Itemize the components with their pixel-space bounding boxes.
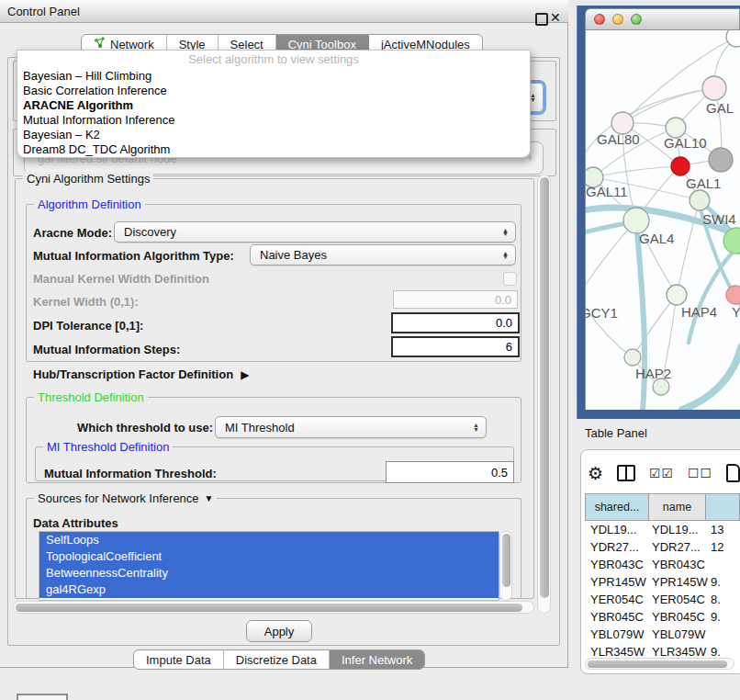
minimize-traffic-light[interactable] [612, 14, 623, 25]
table-cell: YLR345W [652, 643, 706, 658]
checked-boxes-icon[interactable]: ☑☑ [649, 466, 674, 480]
threshold-definition-title: Threshold Definition [34, 390, 148, 404]
network-node-label: GAL4 [639, 231, 674, 246]
table-cell: 9. [711, 643, 721, 658]
table-row[interactable]: YDR27...YDR27...12 [585, 538, 740, 556]
gear-icon[interactable]: ⚙ [588, 463, 603, 484]
apply-button[interactable]: Apply [246, 620, 312, 642]
network-window-titlebar[interactable] [585, 8, 740, 30]
table-cell: YBL079W [590, 626, 645, 643]
table-row[interactable]: YER054CYER054C8. [585, 591, 740, 608]
network-node[interactable] [623, 208, 649, 233]
network-node[interactable] [624, 349, 641, 366]
column-header-shared-name[interactable]: shared... [585, 493, 649, 521]
algorithm-dropdown-popup: Select algorithm to view settings Bayesi… [17, 50, 531, 158]
network-node[interactable] [671, 157, 690, 175]
network-node[interactable] [709, 148, 733, 172]
table-row[interactable]: YBL079WYBL079W [585, 626, 740, 643]
network-view-canvas[interactable]: GALGAL80GAL10GAL1GAL11SWI4GAL4GCY1HAP4YH… [585, 30, 740, 410]
table-cell: YDL19... [652, 521, 699, 538]
settings-vertical-scrollbar[interactable] [537, 175, 551, 614]
collapse-down-icon[interactable]: ▼ [205, 493, 214, 503]
attribute-item-selected[interactable]: TopologicalCoefficient [39, 548, 499, 565]
network-node[interactable] [667, 285, 687, 305]
column-header-name[interactable]: name [649, 493, 706, 521]
dropdown-item[interactable]: Bayesian – Hill Climbing [17, 69, 530, 84]
settings-horizontal-scrollbar[interactable] [13, 601, 534, 614]
table-cell: 9. [711, 573, 721, 591]
network-node-label: HAP4 [681, 304, 717, 320]
which-threshold-combo[interactable]: MI Threshold ▲▼ [215, 416, 487, 438]
table-row[interactable]: YBR045CYBR045C9. [585, 608, 740, 626]
table-cell: YER054C [652, 591, 705, 608]
unchecked-boxes-icon[interactable]: ☐☐ [688, 466, 712, 480]
table-cell: YBR043C [652, 556, 705, 573]
mi-threshold-group-title: MI Threshold Definition [43, 440, 173, 454]
table-horizontal-scroll-thumb[interactable] [588, 660, 727, 668]
table-cell: 9. [711, 608, 721, 626]
dropdown-item[interactable]: Bayesian – K2 [17, 128, 530, 142]
mi-threshold-input[interactable] [386, 461, 514, 483]
expand-right-icon: ▶ [241, 368, 249, 381]
table-panel-toolbar: ⚙ ☑☑ ☐☐ [588, 459, 740, 487]
attribute-item-selected[interactable]: SelfLoops [39, 532, 499, 548]
table-cell: YER054C [590, 591, 644, 608]
attributes-list-scroll-thumb[interactable] [502, 534, 510, 587]
dropdown-item[interactable]: Dream8 DC_TDC Algorithm [17, 142, 530, 157]
table-horizontal-scrollbar[interactable] [585, 658, 734, 670]
settings-horizontal-scroll-thumb[interactable] [16, 604, 522, 612]
kernel-width-input[interactable] [393, 290, 518, 309]
mi-type-combo[interactable]: Naive Bayes ▲▼ [250, 244, 516, 265]
algorithm-definition-title: Algorithm Definition [34, 198, 145, 211]
hub-definition-expander[interactable]: Hub/Transcription Factor Definition ▶ [33, 367, 249, 381]
table-cell: YDR27... [652, 538, 701, 556]
aracne-mode-value: Discovery [124, 225, 176, 239]
partial-window-fragment [17, 694, 68, 700]
table-row[interactable]: YDL19...YDL19...13 [585, 521, 740, 538]
settings-vertical-scroll-thumb[interactable] [540, 177, 549, 598]
table-row[interactable]: YBR043CYBR043C [585, 556, 740, 573]
column-header-partial[interactable] [706, 493, 740, 521]
table-row[interactable]: YLR345WYLR345W9. [585, 643, 740, 658]
dropdown-item[interactable]: Mutual Information Inference [17, 113, 530, 128]
document-icon[interactable] [726, 464, 740, 482]
manual-kernel-checkbox[interactable] [503, 272, 517, 286]
control-panel-titlebar[interactable]: Control Panel [0, 0, 568, 23]
sources-group-title: Sources for Network Inference ▼ [34, 491, 217, 505]
table-cell: YLR345W [590, 643, 645, 658]
cyni-algorithm-settings-title: Cyni Algorithm Settings [23, 172, 153, 186]
table-cell: YBR043C [590, 556, 644, 573]
float-window-icon[interactable] [535, 13, 548, 26]
tab-infer-network[interactable]: Infer Network [330, 650, 424, 669]
network-node[interactable] [702, 76, 726, 100]
zoom-traffic-light[interactable] [631, 14, 642, 25]
split-columns-icon[interactable] [617, 465, 635, 481]
attribute-item-selected[interactable]: gal4RGexp [39, 581, 499, 598]
network-node-label: GAL [706, 100, 734, 116]
aracne-mode-combo[interactable]: Discovery ▲▼ [114, 221, 516, 243]
dropdown-item-selected[interactable]: ARACNE Algorithm [17, 98, 530, 113]
dpi-tolerance-input[interactable] [391, 312, 520, 333]
table-cell: 12 [711, 538, 723, 556]
tab-impute-data[interactable]: Impute Data [134, 650, 224, 669]
attribute-item-selected[interactable]: BetweennessCentrality [39, 565, 499, 581]
network-edge [622, 88, 714, 123]
which-threshold-value: MI Threshold [225, 421, 295, 435]
network-edge [593, 166, 680, 177]
network-node[interactable] [726, 286, 740, 304]
table-panel-title: Table Panel [585, 426, 647, 440]
attributes-list-scrollbar[interactable] [499, 531, 512, 601]
close-traffic-light[interactable] [594, 14, 605, 25]
network-edge [636, 220, 645, 410]
table-row[interactable]: YPR145WYPR145W9. [585, 573, 740, 591]
close-icon[interactable]: ✕ [550, 10, 561, 25]
table-cell: YBR045C [590, 608, 644, 626]
tab-discretize-data[interactable]: Discretize Data [224, 650, 330, 669]
kernel-width-label: Kernel Width (0,1): [33, 295, 139, 309]
network-node[interactable] [690, 190, 710, 210]
aracne-mode-label: Aracne Mode: [33, 226, 112, 240]
network-node-label: GAL1 [686, 175, 721, 191]
dropdown-item[interactable]: Basic Correlation Inference [17, 84, 530, 98]
mi-steps-input[interactable] [391, 336, 520, 357]
bottom-tabbar: Impute Data Discretize Data Infer Networ… [133, 649, 425, 670]
